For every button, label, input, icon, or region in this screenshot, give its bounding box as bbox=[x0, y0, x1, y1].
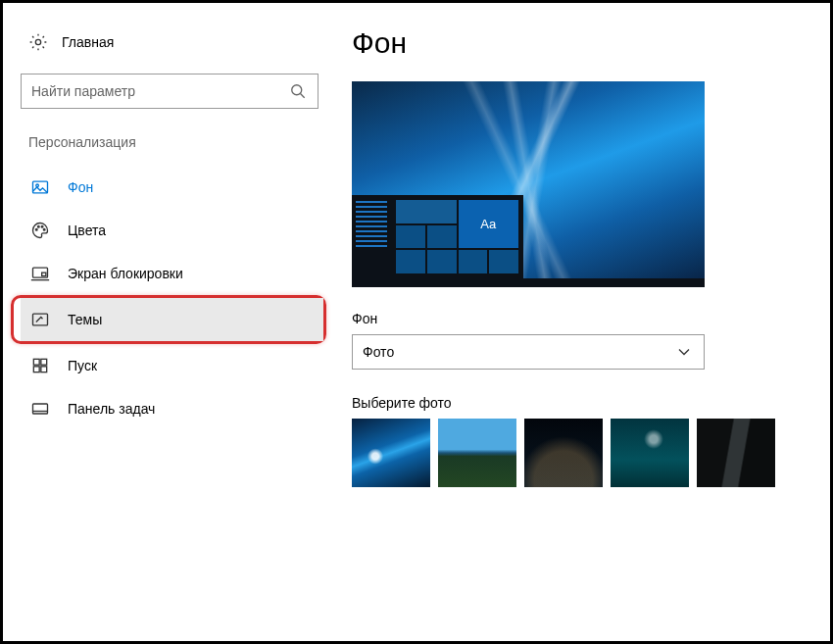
preview-app-list bbox=[352, 195, 391, 278]
svg-point-0 bbox=[35, 39, 40, 44]
preview-accent-tile: Aa bbox=[459, 200, 519, 248]
search-input[interactable]: Найти параметр bbox=[21, 74, 318, 109]
svg-rect-12 bbox=[33, 314, 48, 325]
svg-point-1 bbox=[292, 85, 302, 95]
sidebar-item-label: Пуск bbox=[68, 358, 97, 373]
settings-app: Главная Найти параметр Персонализация bbox=[3, 3, 830, 641]
sidebar-item-label: Панель задач bbox=[68, 401, 155, 417]
preview-tiles: Aa bbox=[391, 195, 523, 278]
photo-thumbnails bbox=[352, 419, 812, 487]
preview-taskbar bbox=[352, 278, 705, 287]
svg-rect-15 bbox=[33, 367, 39, 372]
background-type-dropdown[interactable]: Фото bbox=[352, 334, 705, 370]
lockscreen-icon bbox=[30, 264, 50, 283]
svg-point-6 bbox=[38, 225, 40, 227]
sidebar-item-colors[interactable]: Цвета bbox=[21, 209, 324, 252]
sidebar-item-label: Цвета bbox=[68, 223, 106, 238]
sidebar-item-background[interactable]: Фон bbox=[21, 166, 324, 209]
sidebar-item-themes[interactable]: Темы bbox=[21, 298, 323, 341]
sidebar-item-label: Фон bbox=[68, 179, 93, 195]
annotation-highlight: Темы bbox=[11, 295, 326, 344]
svg-rect-16 bbox=[41, 367, 47, 372]
sidebar: Главная Найти параметр Персонализация bbox=[21, 26, 324, 641]
svg-point-4 bbox=[36, 184, 39, 187]
sidebar-item-label: Экран блокировки bbox=[68, 266, 183, 281]
svg-point-5 bbox=[35, 228, 37, 230]
svg-rect-17 bbox=[33, 404, 48, 414]
sidebar-item-label: Темы bbox=[68, 312, 102, 327]
svg-rect-13 bbox=[33, 359, 39, 365]
nav-list: Фон Цвета bbox=[21, 166, 324, 430]
choose-photo-label: Выберите фото bbox=[352, 395, 812, 411]
photo-thumb[interactable] bbox=[697, 419, 775, 487]
taskbar-icon bbox=[30, 399, 50, 419]
svg-line-2 bbox=[301, 94, 305, 98]
sidebar-item-start[interactable]: Пуск bbox=[21, 344, 324, 387]
background-field-label: Фон bbox=[352, 311, 812, 326]
page-title: Фон bbox=[352, 26, 812, 60]
search-icon bbox=[288, 81, 308, 101]
photo-thumb[interactable] bbox=[352, 419, 430, 487]
svg-point-8 bbox=[43, 228, 45, 230]
dropdown-value: Фото bbox=[363, 344, 674, 360]
photo-thumb[interactable] bbox=[438, 419, 516, 487]
photo-thumb[interactable] bbox=[611, 419, 689, 487]
photo-thumb[interactable] bbox=[524, 419, 603, 487]
palette-icon bbox=[30, 221, 50, 240]
search-wrap: Найти параметр bbox=[21, 74, 318, 109]
svg-point-7 bbox=[41, 225, 43, 227]
svg-rect-10 bbox=[42, 272, 46, 275]
main-panel: Фон Aa Фон Фото bbox=[324, 26, 812, 641]
desktop-preview: Aa bbox=[352, 81, 705, 287]
sidebar-item-taskbar[interactable]: Панель задач bbox=[21, 387, 324, 430]
sidebar-item-lockscreen[interactable]: Экран блокировки bbox=[21, 252, 324, 295]
preview-startmenu: Aa bbox=[352, 195, 523, 278]
section-title: Персонализация bbox=[21, 130, 324, 164]
chevron-down-icon bbox=[674, 342, 694, 362]
gear-icon bbox=[28, 32, 48, 52]
start-tiles-icon bbox=[30, 356, 50, 375]
home-nav[interactable]: Главная bbox=[21, 26, 324, 58]
svg-rect-14 bbox=[41, 359, 47, 365]
home-label: Главная bbox=[62, 34, 114, 50]
picture-icon bbox=[30, 177, 50, 197]
themes-icon bbox=[30, 310, 50, 329]
search-placeholder: Найти параметр bbox=[31, 83, 288, 99]
